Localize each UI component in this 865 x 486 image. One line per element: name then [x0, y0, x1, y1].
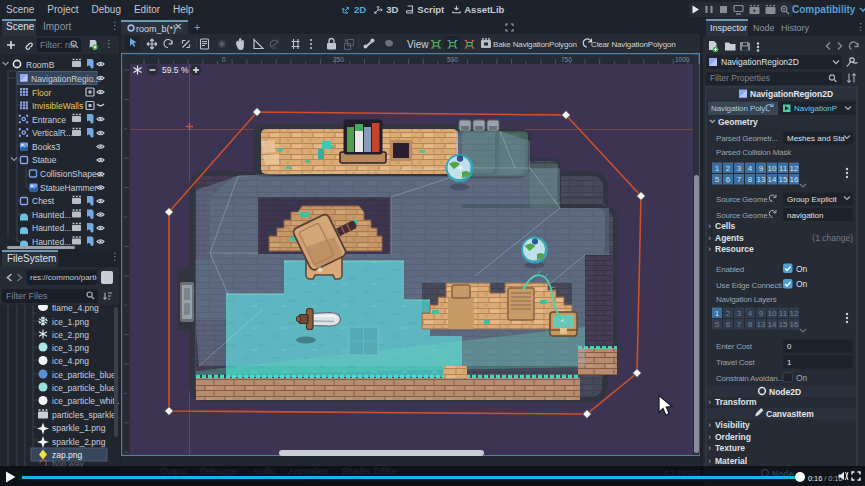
svg-text:On: On	[796, 279, 808, 289]
svg-text:Inspector: Inspector	[710, 23, 747, 33]
svg-text:StatueHammer: StatueHammer	[40, 183, 97, 193]
svg-text:Floor: Floor	[32, 88, 52, 98]
svg-text:750: 750	[561, 56, 572, 63]
svg-text:11: 11	[779, 309, 788, 318]
svg-text:Bake NavigationPolygon: Bake NavigationPolygon	[493, 40, 577, 49]
svg-text:Use Edge Connecti...: Use Edge Connecti...	[716, 281, 788, 290]
svg-text:14: 14	[768, 320, 777, 329]
svg-text:particles_sparkle...: particles_sparkle...	[52, 410, 119, 420]
svg-text:›: ›	[708, 443, 711, 453]
svg-text:11: 11	[779, 164, 788, 173]
svg-text:VerticalR...: VerticalR...	[32, 128, 73, 138]
svg-text:CanvasItem: CanvasItem	[766, 409, 814, 419]
svg-text:Node: Node	[753, 23, 775, 33]
svg-text:On: On	[796, 264, 808, 274]
svg-text:Travel Cost: Travel Cost	[716, 358, 755, 367]
svg-text:10: 10	[768, 309, 777, 318]
svg-text:›: ›	[708, 244, 711, 254]
svg-text:Navigation Layers: Navigation Layers	[716, 295, 777, 304]
svg-text:Material: Material	[715, 456, 747, 466]
svg-text:Enter Cost: Enter Cost	[716, 342, 753, 351]
svg-text:›: ›	[708, 233, 711, 243]
svg-text:›: ›	[708, 221, 711, 231]
svg-text:Ordering: Ordering	[715, 432, 751, 442]
svg-text:Navigation Poly...: Navigation Poly...	[711, 104, 771, 113]
svg-text:Entrance: Entrance	[32, 115, 66, 125]
svg-text:9: 9	[759, 309, 764, 318]
svg-text:1: 1	[715, 164, 720, 173]
svg-text:Haunted...: Haunted...	[32, 210, 71, 220]
svg-text:ice_particle_whit...: ice_particle_whit...	[52, 396, 119, 406]
svg-text:1: 1	[787, 358, 792, 367]
svg-text:InvisibleWalls: InvisibleWalls	[32, 101, 83, 111]
svg-text:Transform: Transform	[715, 397, 757, 407]
svg-text:13: 13	[757, 320, 766, 329]
svg-text:NavigationRegio...: NavigationRegio...	[31, 74, 100, 84]
svg-text:8: 8	[748, 320, 753, 329]
svg-text:sparkle_1.png: sparkle_1.png	[52, 423, 106, 433]
svg-text:⋮: ⋮	[856, 21, 865, 32]
svg-text:2: 2	[726, 309, 731, 318]
svg-text:›: ›	[708, 456, 711, 466]
svg-text:Geometry: Geometry	[718, 117, 758, 127]
svg-text:16: 16	[790, 175, 799, 184]
svg-text:Parsed Geometr...: Parsed Geometr...	[716, 134, 778, 143]
svg-text:12: 12	[790, 164, 799, 173]
svg-text:Source Geome...: Source Geome...	[716, 211, 773, 220]
svg-text:1: 1	[715, 309, 720, 318]
svg-text:Visibility: Visibility	[715, 420, 750, 430]
svg-text:10: 10	[768, 164, 777, 173]
svg-text:Group Explicit: Group Explicit	[787, 195, 838, 204]
svg-text:ice_3.png: ice_3.png	[52, 343, 89, 353]
svg-text:Texture: Texture	[715, 443, 745, 453]
svg-text:Statue: Statue	[32, 155, 57, 165]
svg-text:NavigationP: NavigationP	[794, 104, 837, 113]
svg-text:1000: 1000	[675, 56, 690, 63]
svg-text:12: 12	[790, 309, 799, 318]
svg-text:Meshes and Sta: Meshes and Sta	[787, 134, 845, 143]
svg-text:Source Geome...: Source Geome...	[716, 195, 773, 204]
svg-text:500: 500	[447, 56, 458, 63]
svg-text:Parsed Collision Mask: Parsed Collision Mask	[716, 148, 792, 157]
svg-text:Resource: Resource	[715, 244, 754, 254]
svg-text:4: 4	[748, 309, 753, 318]
svg-text:Agents: Agents	[715, 233, 744, 243]
svg-text:250: 250	[333, 56, 344, 63]
svg-text:16: 16	[790, 320, 799, 329]
svg-text:ice_particle_blue...: ice_particle_blue...	[52, 383, 119, 393]
svg-text:Constrain Avoidan...: Constrain Avoidan...	[716, 374, 783, 383]
svg-text:6: 6	[726, 320, 731, 329]
svg-text:0: 0	[222, 56, 226, 63]
svg-text:59.5 %: 59.5 %	[162, 65, 189, 75]
svg-text:13: 13	[757, 175, 766, 184]
svg-text:Cells: Cells	[715, 221, 736, 231]
svg-text:Clear NavigationPolygon: Clear NavigationPolygon	[591, 40, 676, 49]
svg-text:ice_particle_blue...: ice_particle_blue...	[52, 370, 119, 380]
svg-text:Node2D: Node2D	[769, 387, 801, 397]
svg-text:5: 5	[715, 175, 720, 184]
svg-text:Filter Properties: Filter Properties	[710, 73, 770, 83]
svg-text:View: View	[407, 39, 429, 50]
svg-text:›: ›	[708, 420, 711, 430]
svg-text:flame_4.png: flame_4.png	[52, 305, 99, 313]
svg-text:On: On	[796, 373, 808, 383]
svg-text:2: 2	[726, 164, 731, 173]
svg-text:ice_4.png: ice_4.png	[52, 356, 89, 366]
svg-text:Haunted...: Haunted...	[32, 237, 71, 247]
svg-text:Enabled: Enabled	[716, 265, 744, 274]
svg-text:Chest: Chest	[32, 196, 55, 206]
svg-text:3: 3	[737, 309, 742, 318]
svg-text:NavigationRegion2D: NavigationRegion2D	[721, 57, 799, 67]
svg-text:CollisionShape...: CollisionShape...	[40, 169, 104, 179]
svg-text:RoomB: RoomB	[26, 60, 55, 70]
svg-text:ice_1.png: ice_1.png	[52, 317, 89, 327]
svg-text:(1 change): (1 change)	[812, 233, 853, 243]
svg-text:15: 15	[779, 175, 788, 184]
svg-text:sparkle_2.png: sparkle_2.png	[52, 437, 106, 447]
svg-text:8: 8	[748, 175, 753, 184]
svg-text:5: 5	[715, 320, 720, 329]
svg-text:Haunted...: Haunted...	[32, 223, 71, 233]
svg-text:9: 9	[759, 164, 764, 173]
svg-text:3: 3	[737, 164, 742, 173]
svg-text:7: 7	[737, 175, 742, 184]
